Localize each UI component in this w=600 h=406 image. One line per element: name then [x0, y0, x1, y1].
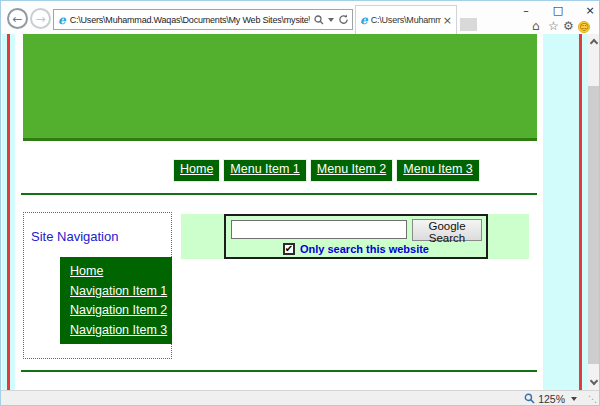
- search-checkbox-row: ✔ Only search this website: [226, 243, 486, 255]
- refresh-icon[interactable]: [338, 14, 349, 25]
- back-button[interactable]: ←: [7, 8, 28, 29]
- menu-item-3[interactable]: Menu Item 3: [396, 159, 479, 182]
- address-dropdown-icon[interactable]: [328, 18, 334, 22]
- search-input[interactable]: [231, 220, 407, 239]
- nav-item-home[interactable]: Home: [70, 264, 172, 278]
- vertical-scrollbar[interactable]: [588, 34, 600, 390]
- page-content: Home Menu Item 1 Menu Item 2 Menu Item 3…: [15, 34, 543, 390]
- menu-item-1[interactable]: Menu Item 1: [223, 159, 306, 182]
- browser-tab[interactable]: e C:\Users\Muhammad.Waq... ×: [355, 5, 457, 34]
- browser-window: ← → e C:\Users\Muhammad.Waqas\Documents\…: [0, 0, 600, 406]
- ie-page-icon: e: [58, 14, 66, 26]
- zoom-dropdown-icon[interactable]: [571, 397, 577, 401]
- maximize-button[interactable]: □: [545, 2, 571, 18]
- feedback-smiley-icon[interactable]: ☺: [578, 21, 590, 33]
- zoom-control[interactable]: 125%: [524, 390, 591, 406]
- home-icon[interactable]: ⌂: [532, 19, 540, 33]
- resize-grip: ⋱: [588, 395, 597, 404]
- tab-favicon: e: [360, 14, 368, 26]
- new-tab-button[interactable]: [460, 18, 477, 31]
- page-left-red-border: [7, 34, 10, 390]
- nav-item-1[interactable]: Navigation Item 1: [70, 284, 172, 298]
- top-menu: Home Menu Item 1 Menu Item 2 Menu Item 3: [173, 159, 480, 182]
- only-search-label: Only search this website: [300, 243, 429, 255]
- tab-close-icon[interactable]: ×: [443, 15, 452, 26]
- search-form-box: Google Search ✔ Only search this website: [224, 214, 488, 259]
- settings-gear-icon[interactable]: ⚙: [563, 19, 574, 33]
- address-text[interactable]: C:\Users\Muhammad.Waqas\Documents\My Web…: [70, 15, 310, 25]
- minimize-button[interactable]: –: [513, 2, 539, 18]
- browser-chrome: ← → e C:\Users\Muhammad.Waqas\Documents\…: [1, 1, 599, 34]
- google-search-button[interactable]: Google Search: [412, 219, 482, 241]
- search-section: Google Search ✔ Only search this website: [181, 214, 529, 259]
- menu-item-home[interactable]: Home: [173, 159, 220, 182]
- address-bar[interactable]: e C:\Users\Muhammad.Waqas\Documents\My W…: [53, 9, 353, 30]
- status-bar: 125% ⋱: [1, 390, 599, 406]
- scroll-down-icon[interactable]: [590, 377, 598, 385]
- zoom-magnifier-icon: [524, 390, 535, 406]
- site-navigation-title: Site Navigation: [31, 229, 118, 244]
- scroll-up-icon[interactable]: [590, 39, 598, 47]
- site-navigation-panel: Site Navigation Home Navigation Item 1 N…: [23, 212, 172, 359]
- zoom-level: 125%: [538, 393, 565, 405]
- page-right-red-border: [579, 34, 582, 390]
- search-icon[interactable]: [314, 15, 324, 25]
- forward-button[interactable]: →: [30, 8, 51, 29]
- divider-top: [21, 193, 537, 195]
- menu-item-2[interactable]: Menu Item 2: [310, 159, 393, 182]
- page-viewport: Home Menu Item 1 Menu Item 2 Menu Item 3…: [2, 34, 588, 390]
- scrollbar-thumb[interactable]: [588, 86, 600, 364]
- tab-title: C:\Users\Muhammad.Waq...: [371, 15, 441, 25]
- nav-item-2[interactable]: Navigation Item 2: [70, 303, 172, 317]
- header-banner: [23, 34, 537, 141]
- divider-bottom: [21, 370, 537, 372]
- only-search-checkbox[interactable]: ✔: [283, 243, 295, 255]
- favorites-icon[interactable]: ☆: [548, 19, 559, 33]
- nav-item-3[interactable]: Navigation Item 3: [70, 323, 172, 337]
- site-navigation-links: Home Navigation Item 1 Navigation Item 2…: [60, 257, 172, 344]
- close-button[interactable]: ×: [577, 2, 600, 18]
